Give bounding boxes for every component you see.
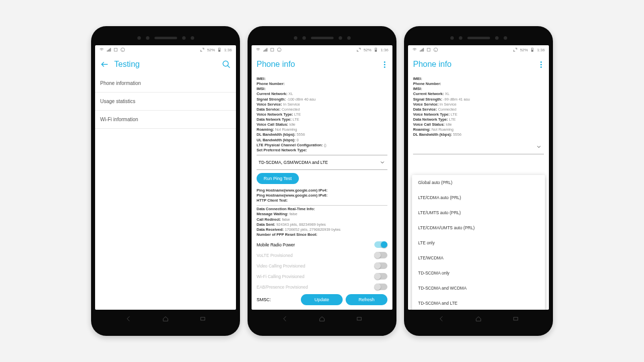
update-button[interactable]: Update	[301, 294, 343, 305]
svg-rect-11	[427, 48, 430, 51]
screen-testing: 52% 1:36 Testing Phone information Usage…	[95, 45, 236, 310]
toggle-video-calling: Video Calling Provisioned	[252, 260, 392, 271]
chevron-down-icon	[536, 144, 542, 150]
list-item-wifi-info[interactable]: Wi-Fi information	[95, 111, 236, 129]
nav-bar	[95, 310, 236, 328]
dd-option[interactable]: LTE only	[412, 235, 545, 250]
signal-icon	[106, 47, 111, 52]
network-type-options: Global auto (PRL) LTE/CDMA auto (PRL) LT…	[412, 175, 545, 310]
whatsapp-icon	[120, 47, 125, 52]
square-icon	[113, 47, 118, 52]
sync-icon	[200, 47, 205, 52]
battery-icon	[373, 47, 378, 52]
list-item-phone-info[interactable]: Phone information	[95, 74, 236, 93]
toggle-volte: VoLTE Provisioned	[252, 250, 392, 260]
whatsapp-icon	[433, 47, 438, 52]
battery-pct: 52%	[363, 48, 371, 52]
run-ping-button[interactable]: Run Ping Test	[257, 173, 299, 184]
svg-point-4	[223, 61, 228, 66]
wifi-icon	[412, 47, 417, 52]
more-icon[interactable]	[382, 59, 387, 70]
app-bar: Phone info	[252, 54, 392, 74]
nav-back-icon[interactable]	[125, 315, 132, 322]
svg-rect-5	[201, 317, 205, 320]
nav-back-icon[interactable]	[438, 315, 445, 322]
nav-recent-icon[interactable]	[356, 315, 363, 322]
dd-option[interactable]: TD-SCDMA and WCDMA	[412, 281, 545, 296]
info-block: IMEI: Phone Number: IMSI: Current Networ…	[252, 74, 392, 155]
phone-1: 52% 1:36 Testing Phone information Usage…	[91, 26, 240, 336]
info-block: IMEI: Phone Number: IMSI: Current Networ…	[408, 74, 549, 140]
svg-rect-10	[357, 317, 361, 320]
dd-option[interactable]: LTE/CDMA auto (PRL)	[412, 190, 545, 205]
svg-point-7	[277, 48, 281, 52]
battery-pct: 52%	[207, 48, 215, 52]
signal-icon	[419, 47, 424, 52]
wifi-icon	[256, 47, 261, 52]
network-type-dropdown[interactable]	[413, 140, 544, 154]
nav-home-icon[interactable]	[475, 315, 482, 322]
app-bar: Testing	[95, 54, 236, 74]
svg-rect-9	[375, 50, 377, 51]
toggle-mobile-radio[interactable]: Mobile Radio Power	[252, 239, 392, 250]
phone-notch	[95, 30, 236, 45]
svg-rect-0	[114, 48, 117, 51]
dd-option[interactable]: LTE/CDMA/UMTS auto (PRL)	[412, 220, 545, 235]
phone-2: 52% 1:36 Phone info IMEI: Phone Number: …	[248, 26, 396, 336]
nav-recent-icon[interactable]	[512, 315, 519, 322]
app-bar: Phone info	[408, 54, 549, 74]
dd-option[interactable]: LTE/WCDMA	[412, 250, 545, 265]
square-icon	[270, 47, 275, 52]
square-icon	[426, 47, 431, 52]
svg-point-1	[121, 48, 125, 52]
phone-3: 52% 1:36 Phone info IMEI: Phone Number: …	[404, 26, 553, 336]
clock: 1:36	[380, 48, 388, 52]
network-type-dropdown[interactable]: TD-SCDMA, GSM/WCDMA and LTE	[257, 155, 387, 170]
dd-option[interactable]: Global auto (PRL)	[412, 175, 545, 190]
nav-bar	[408, 310, 549, 328]
svg-rect-14	[532, 50, 533, 51]
dropdown-value: TD-SCDMA, GSM/WCDMA and LTE	[259, 160, 328, 165]
more-icon[interactable]	[538, 59, 544, 70]
dd-option[interactable]: TD-SCDMA and LTE	[412, 296, 545, 310]
dd-option[interactable]: TD-SCDMA only	[412, 265, 545, 281]
sync-icon	[356, 47, 361, 52]
back-icon[interactable]	[100, 60, 109, 69]
screen-phone-info-dropdown: 52% 1:36 Phone info IMEI: Phone Number: …	[408, 45, 549, 310]
toggle-eab: EAB/Presence Provisioned	[252, 282, 392, 292]
page-title: Phone info	[413, 60, 533, 69]
battery-pct: 52%	[520, 48, 528, 52]
nav-bar	[252, 310, 392, 328]
toggle-wifi-calling: Wi-Fi Calling Provisioned	[252, 271, 392, 282]
smsc-label: SMSC:	[257, 297, 298, 302]
smsc-row: SMSC: Update Refresh	[252, 292, 392, 307]
svg-rect-15	[514, 317, 518, 320]
page-title: Phone info	[257, 60, 377, 69]
wifi-icon	[99, 47, 104, 52]
phone-notch	[252, 30, 392, 45]
switch-off	[374, 262, 387, 269]
chevron-down-icon	[379, 159, 385, 165]
nav-back-icon[interactable]	[281, 315, 288, 322]
nav-home-icon[interactable]	[162, 315, 169, 322]
signal-icon	[263, 47, 268, 52]
page-title: Testing	[114, 60, 217, 69]
svg-rect-3	[219, 50, 220, 51]
switch-on[interactable]	[374, 241, 387, 248]
list-item-usage-stats[interactable]: Usage statistics	[95, 93, 236, 111]
status-bar: 52% 1:36	[252, 45, 392, 54]
status-bar: 52% 1:36	[408, 45, 549, 54]
whatsapp-icon	[277, 47, 282, 52]
sync-icon	[513, 47, 518, 52]
nav-recent-icon[interactable]	[199, 315, 206, 322]
refresh-button[interactable]: Refresh	[346, 294, 387, 305]
switch-off	[374, 284, 387, 290]
battery-icon	[217, 47, 222, 52]
search-icon[interactable]	[222, 60, 231, 69]
nav-home-icon[interactable]	[318, 315, 326, 322]
status-bar: 52% 1:36	[95, 45, 236, 54]
dd-option[interactable]: LTE/UMTS auto (PRL)	[412, 205, 545, 220]
screen-phone-info: 52% 1:36 Phone info IMEI: Phone Number: …	[252, 45, 392, 310]
clock: 1:36	[224, 48, 232, 52]
switch-off	[374, 273, 387, 280]
